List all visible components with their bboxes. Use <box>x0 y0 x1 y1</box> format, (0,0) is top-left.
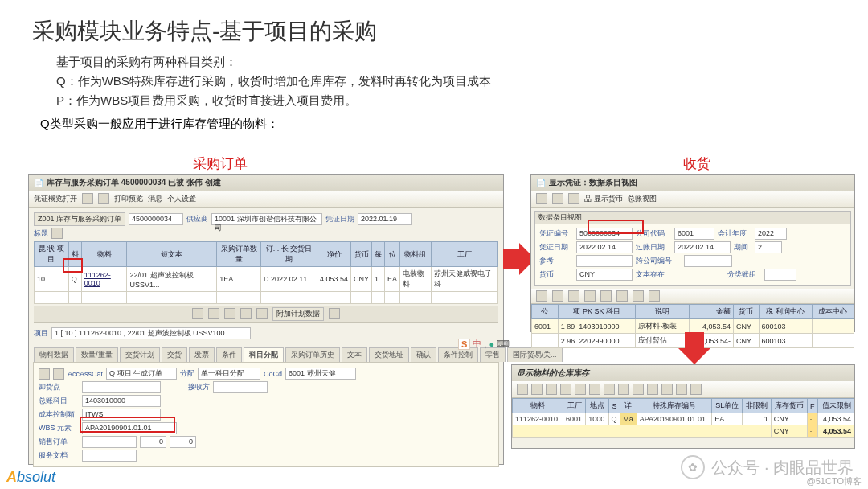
item-toolbar[interactable]: 附加计划数据 <box>34 306 498 323</box>
gtool-icon[interactable] <box>649 290 660 302</box>
xcc-val[interactable] <box>684 255 732 267</box>
cell[interactable]: CNY <box>733 334 759 348</box>
cell-material-link[interactable]: 111262-0010 <box>81 267 127 292</box>
dist-val[interactable]: 单一科目分配 <box>198 368 260 380</box>
col[interactable]: 地点 <box>586 399 608 413</box>
stool-icon[interactable] <box>690 384 702 395</box>
table-row[interactable] <box>35 292 498 304</box>
tab-acct[interactable]: 科目分配 <box>244 347 284 362</box>
col[interactable]: 特殊库存编号 <box>637 399 712 413</box>
tab-trade[interactable]: 国际贸易/关... <box>507 347 563 362</box>
lg-val[interactable] <box>764 269 796 281</box>
doc-tool-icon[interactable] <box>568 193 579 204</box>
cell[interactable]: D 2022.02.11 <box>261 267 317 292</box>
col[interactable]: 公 <box>532 305 559 319</box>
cell[interactable]: CNY <box>733 319 759 334</box>
table-row[interactable]: 10 Q 111262-0010 22/01 超声波控制板 USSV1... 1… <box>35 267 498 292</box>
tab-text[interactable]: 文本 <box>342 347 367 362</box>
paste-icon[interactable] <box>39 368 50 380</box>
sd-val[interactable] <box>82 436 137 448</box>
cell[interactable]: 1403010000 <box>579 323 619 331</box>
itool-icon[interactable] <box>256 308 268 319</box>
stool-icon[interactable] <box>575 384 586 395</box>
col[interactable]: F <box>807 399 817 413</box>
gtool-icon[interactable] <box>633 290 644 302</box>
cell[interactable]: 22/01 超声波控制板 USSV1... <box>127 267 217 292</box>
gtool-icon[interactable] <box>552 290 563 302</box>
itool-icon[interactable] <box>329 308 340 319</box>
post-val[interactable]: 2022.02.14 <box>674 241 731 253</box>
col[interactable]: 物料 <box>513 399 563 413</box>
col[interactable]: S <box>608 399 620 413</box>
cell[interactable] <box>532 334 559 348</box>
sd-pos[interactable]: 0 <box>140 436 166 448</box>
tab-deliv[interactable]: 交货 <box>162 347 187 362</box>
ime-lang[interactable]: 中 <box>473 338 481 350</box>
cell[interactable]: 原材料-板装 <box>636 319 690 334</box>
cell[interactable]: 苏州天健威视电子科... <box>431 267 497 292</box>
cocd-val[interactable]: 6001 苏州天健 <box>285 368 356 380</box>
per-val[interactable]: 2 <box>755 241 782 253</box>
stool-icon[interactable] <box>589 384 600 395</box>
col[interactable]: 物料 <box>81 242 127 267</box>
col[interactable]: 成本中心 <box>812 305 854 319</box>
table-row[interactable]: 111262-0010 6001 1000 Q Ma APA20190901.0… <box>513 413 854 425</box>
tab-addr[interactable]: 交货地址 <box>369 347 409 362</box>
btn-dispcurr[interactable]: 品 显示货币 <box>584 194 623 204</box>
cell[interactable]: 4,053.54 <box>817 425 854 438</box>
stool-icon[interactable] <box>618 384 629 395</box>
cell[interactable]: 4,053.54 <box>317 267 351 292</box>
stool-icon[interactable] <box>661 384 673 395</box>
stool-icon[interactable] <box>647 384 658 395</box>
unload-val[interactable] <box>82 381 161 393</box>
cell[interactable]: 111262-0010 <box>513 413 563 425</box>
accass-val[interactable]: Q 项目 生成订单 <box>106 368 177 380</box>
col[interactable]: 货币 <box>351 242 372 267</box>
cc-val[interactable]: 6001 <box>674 228 714 240</box>
svc-val[interactable] <box>82 450 137 462</box>
cell[interactable]: CNY <box>351 267 372 292</box>
col[interactable]: 非限制 <box>743 399 772 413</box>
docdate-val[interactable]: 2022.02.14 <box>576 241 633 253</box>
po-number[interactable]: 4500000034 <box>129 213 183 225</box>
cell[interactable]: 2 96 <box>561 337 575 345</box>
col[interactable]: 采购订单数量 <box>217 242 261 267</box>
doc-grid-toolbar[interactable] <box>531 289 854 304</box>
gl-val[interactable]: 1403010000 <box>82 395 161 407</box>
gtool-icon[interactable] <box>568 290 579 302</box>
col[interactable]: 金额 <box>690 305 734 319</box>
tab-sched[interactable]: 交货计划 <box>120 347 160 362</box>
itool-icon[interactable] <box>224 308 235 319</box>
cell[interactable]: 600103 <box>759 334 812 348</box>
stool-icon[interactable] <box>517 384 528 395</box>
fy-val[interactable]: 2022 <box>755 228 787 240</box>
cell[interactable]: 4,053.54 <box>817 413 854 425</box>
ref-val[interactable] <box>576 255 633 267</box>
col[interactable]: 工厂 <box>431 242 497 267</box>
col[interactable]: 工厂 <box>563 399 585 413</box>
toolbar-overview[interactable]: 凭证概览打开 <box>34 194 77 204</box>
stool-icon[interactable] <box>676 384 687 395</box>
tab-conf[interactable]: 确认 <box>411 347 436 362</box>
cell[interactable]: 6001 <box>532 319 559 334</box>
table-row[interactable]: 6001 1 89 1403010000 原材料-板装 4,053.54 CNY… <box>532 319 854 334</box>
cur-val[interactable]: CNY <box>576 269 633 281</box>
cell[interactable]: Q <box>608 413 620 425</box>
docdate-val[interactable]: 2022.01.19 <box>358 213 412 225</box>
toolbar-print[interactable]: 打印预览 <box>114 194 143 204</box>
ime-mic-icon[interactable]: ● <box>489 339 494 349</box>
doc-toolbar[interactable]: 品 显示货币 总账视图 <box>531 191 854 208</box>
btn-glview[interactable]: 总账视图 <box>628 194 657 204</box>
ime-kb-icon[interactable]: ⌨ <box>497 339 510 349</box>
cell[interactable]: 电装物料 <box>400 267 431 292</box>
cfg-icon[interactable] <box>53 368 64 380</box>
tab-hist[interactable]: 采购订单历史 <box>285 347 340 362</box>
col[interactable]: 项 PK SK 科目 <box>558 305 636 319</box>
item-detail[interactable]: 1 [ 10 ] 111262-0010 , 22/01 超声波控制板 USSV… <box>51 327 251 339</box>
table-row-total[interactable]: CNY · 4,053.54 <box>513 425 854 438</box>
stool-icon[interactable] <box>546 384 557 395</box>
gtool-icon[interactable] <box>616 290 628 302</box>
gtool-icon[interactable] <box>536 290 547 302</box>
doc-tool-icon[interactable] <box>536 193 547 204</box>
tab-qty[interactable]: 数量/重量 <box>76 347 118 362</box>
